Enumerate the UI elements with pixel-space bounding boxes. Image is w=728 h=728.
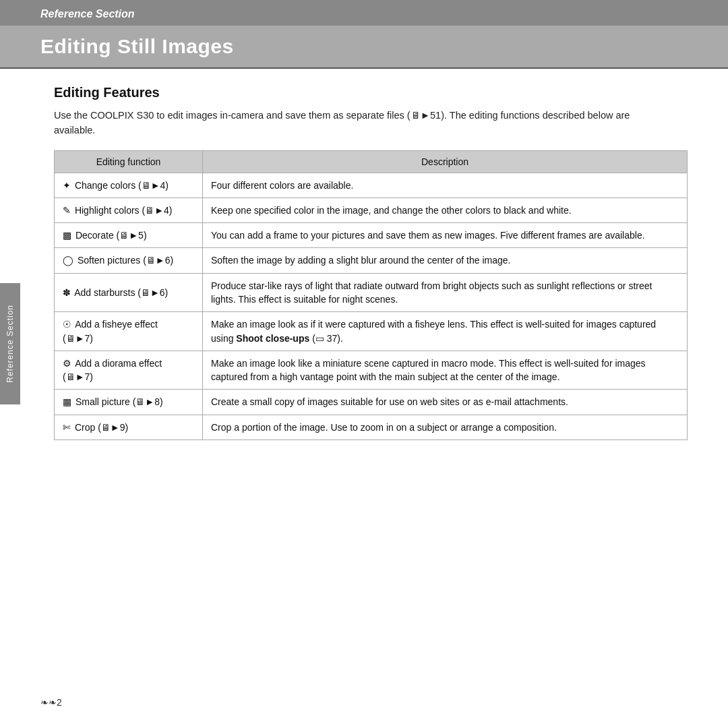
bold-text: Shoot close-ups: [236, 333, 309, 344]
desc-cell: Keep one specified color in the image, a…: [203, 198, 688, 222]
desc-cell: Four different colors are available.: [203, 173, 688, 198]
page-title-area: Editing Still Images: [0, 26, 728, 69]
change-colors-icon: ✦: [63, 179, 71, 192]
page-footer: ❧❧2: [40, 697, 62, 708]
top-bar: Reference Section: [0, 0, 728, 26]
table-row: ⚙ Add a diorama effect(🖥►7) Make an imag…: [55, 351, 688, 390]
reference-section-label: Reference Section: [40, 8, 135, 20]
func-cell: ▩ Decorate (🖥►5): [55, 223, 203, 248]
func-label: Small picture (🖥►8): [75, 396, 163, 407]
table-row: ◯ Soften pictures (🖥►6) Soften the image…: [55, 248, 688, 273]
page-title: Editing Still Images: [40, 35, 688, 58]
func-cell: ⚙ Add a diorama effect(🖥►7): [55, 351, 203, 390]
small-picture-icon: ▦: [63, 395, 71, 408]
table-row: ▩ Decorate (🖥►5) You can add a frame to …: [55, 223, 688, 248]
desc-cell: Create a small copy of images suitable f…: [203, 390, 688, 415]
func-label: Crop (🖥►9): [75, 422, 128, 433]
desc-cell: Soften the image by adding a slight blur…: [203, 248, 688, 273]
content-area: Editing Features Use the COOLPIX S30 to …: [0, 69, 728, 456]
section-title: Editing Features: [54, 85, 688, 100]
page-number: ❧❧2: [40, 697, 62, 708]
func-cell: ✦ Change colors (🖥►4): [55, 173, 203, 198]
func-label: Add starbursts (🖥►6): [74, 287, 168, 298]
desc-cell: Produce star-like rays of light that rad…: [203, 273, 688, 312]
sidebar-label-text: Reference Section: [5, 305, 15, 383]
soften-icon: ◯: [63, 253, 73, 267]
table-row: ✦ Change colors (🖥►4) Four different col…: [55, 173, 688, 198]
table-row: ✄ Crop (🖥►9) Crop a portion of the image…: [55, 415, 688, 439]
func-cell: ◯ Soften pictures (🖥►6): [55, 248, 203, 273]
col-header-function: Editing function: [55, 150, 203, 173]
func-label: Add a fisheye effect(🖥►7): [63, 319, 158, 343]
table-row: ✎ Highlight colors (🖥►4) Keep one specif…: [55, 198, 688, 222]
table-row: ☉ Add a fisheye effect(🖥►7) Make an imag…: [55, 312, 688, 351]
col-header-description: Description: [203, 150, 688, 173]
crop-icon: ✄: [63, 421, 71, 434]
highlight-colors-icon: ✎: [63, 204, 71, 217]
diorama-icon: ⚙: [63, 357, 71, 370]
desc-cell: Crop a portion of the image. Use to zoom…: [203, 415, 688, 439]
table-row: ✽ Add starbursts (🖥►6) Produce star-like…: [55, 273, 688, 312]
func-cell: ✎ Highlight colors (🖥►4): [55, 198, 203, 222]
desc-cell: You can add a frame to your pictures and…: [203, 223, 688, 248]
func-label: Add a diorama effect(🖥►7): [63, 358, 162, 382]
decorate-icon: ▩: [63, 229, 71, 242]
func-cell: ☉ Add a fisheye effect(🖥►7): [55, 312, 203, 351]
desc-cell: Make an image look as if it were capture…: [203, 312, 688, 351]
func-cell: ✄ Crop (🖥►9): [55, 415, 203, 439]
func-label: Decorate (🖥►5): [75, 230, 147, 241]
intro-text: Use the COOLPIX S30 to edit images in-ca…: [54, 109, 661, 138]
func-label: Soften pictures (🖥►6): [78, 255, 173, 266]
table-row: ▦ Small picture (🖥►8) Create a small cop…: [55, 390, 688, 415]
editing-features-table: Editing function Description ✦ Change co…: [54, 150, 688, 441]
starburst-icon: ✽: [63, 286, 71, 299]
func-cell: ✽ Add starbursts (🖥►6): [55, 273, 203, 312]
func-cell: ▦ Small picture (🖥►8): [55, 390, 203, 415]
fisheye-icon: ☉: [63, 317, 71, 331]
desc-cell: Make an image look like a miniature scen…: [203, 351, 688, 390]
sidebar-label: Reference Section: [0, 283, 20, 404]
func-label: Change colors (🖥►4): [75, 180, 169, 191]
func-label: Highlight colors (🖥►4): [75, 205, 173, 216]
